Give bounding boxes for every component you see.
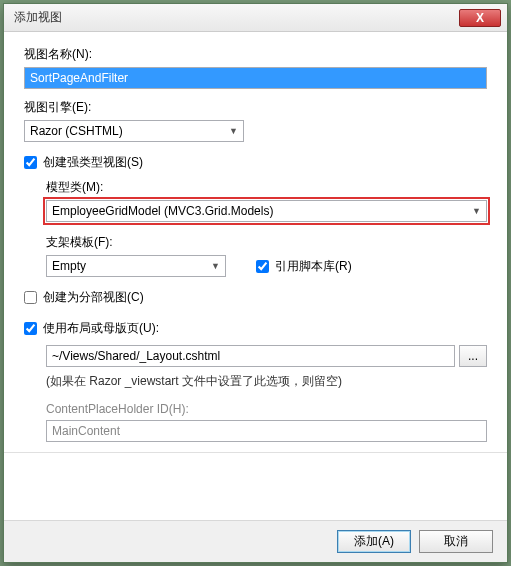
ellipsis-icon: ... [468,349,478,363]
chevron-down-icon: ▼ [211,261,220,271]
scaffold-label: 支架模板(F): [46,234,487,251]
scaffold-combo[interactable]: Empty ▼ [46,255,226,277]
view-engine-value: Razor (CSHTML) [30,124,123,138]
dialog-title: 添加视图 [14,9,459,26]
dialog-footer: 添加(A) 取消 [4,520,507,562]
titlebar: 添加视图 X [4,4,507,32]
strongly-typed-checkbox[interactable] [24,156,37,169]
strongly-typed-label: 创建强类型视图(S) [43,154,143,171]
use-layout-label: 使用布局或母版页(U): [43,320,159,337]
partial-view-checkbox[interactable] [24,291,37,304]
cancel-button[interactable]: 取消 [419,530,493,553]
partial-view-label: 创建为分部视图(C) [43,289,144,306]
cph-input [46,420,487,442]
dialog-window: 添加视图 X 视图名称(N): 视图引擎(E): Razor (CSHTML) … [3,3,508,563]
separator [4,452,507,453]
view-name-label: 视图名称(N): [24,46,487,63]
model-class-label: 模型类(M): [46,179,487,196]
scaffold-value: Empty [52,259,86,273]
layout-path-input[interactable] [46,345,455,367]
model-class-combo[interactable]: EmployeeGridModel (MVC3.Grid.Models) ▼ [46,200,487,222]
layout-hint: (如果在 Razor _viewstart 文件中设置了此选项，则留空) [46,373,487,390]
chevron-down-icon: ▼ [472,206,481,216]
view-name-input[interactable] [24,67,487,89]
browse-button[interactable]: ... [459,345,487,367]
chevron-down-icon: ▼ [229,126,238,136]
view-engine-label: 视图引擎(E): [24,99,487,116]
model-class-highlight: EmployeeGridModel (MVC3.Grid.Models) ▼ [43,197,490,225]
close-icon: X [476,11,484,25]
view-engine-combo[interactable]: Razor (CSHTML) ▼ [24,120,244,142]
cph-label: ContentPlaceHolder ID(H): [46,402,487,416]
dialog-content: 视图名称(N): 视图引擎(E): Razor (CSHTML) ▼ 创建强类型… [4,32,507,463]
use-layout-checkbox[interactable] [24,322,37,335]
ref-script-lib-label: 引用脚本库(R) [275,258,352,275]
add-button[interactable]: 添加(A) [337,530,411,553]
ref-script-lib-checkbox[interactable] [256,260,269,273]
close-button[interactable]: X [459,9,501,27]
model-class-value: EmployeeGridModel (MVC3.Grid.Models) [52,204,273,218]
